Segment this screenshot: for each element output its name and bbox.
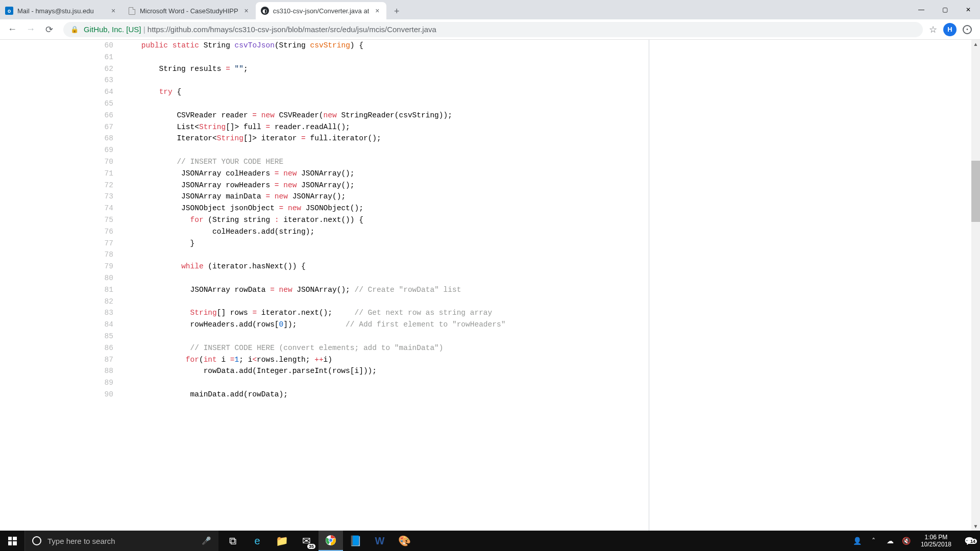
taskbar-clock[interactable]: 1:06 PM 10/25/2018 [916, 534, 957, 548]
bookmark-star-icon[interactable]: ☆ [929, 24, 937, 35]
code-line[interactable]: 73 JSONArray mainData = new JSONArray(); [93, 191, 649, 203]
line-number: 89 [93, 377, 118, 389]
word-icon[interactable]: W [368, 531, 392, 551]
line-number: 69 [93, 144, 118, 156]
code-line[interactable]: 75 for (String string : iterator.next())… [93, 214, 649, 226]
tab-github[interactable]: ◐ cs310-csv-json/Converter.java at × [256, 2, 387, 19]
line-number: 65 [93, 98, 118, 110]
code-text: JSONArray colHeaders = new JSONArray(); [118, 168, 355, 180]
tab-word[interactable]: Microsoft Word - CaseStudyHIPP × [122, 2, 256, 19]
code-line[interactable]: 84 rowHeaders.add(rows[0]); // Add first… [93, 319, 649, 331]
code-line[interactable]: 68 Iterator<String[]> iterator = full.it… [93, 133, 649, 144]
people-icon[interactable]: 👤 [850, 537, 865, 545]
line-number: 71 [93, 168, 118, 180]
code-line[interactable]: 71 JSONArray colHeaders = new JSONArray(… [93, 168, 649, 180]
taskbar-search[interactable]: Type here to search 🎤 [24, 531, 218, 551]
maximize-button[interactable]: ▢ [933, 0, 957, 19]
code-line[interactable]: 77 } [93, 238, 649, 249]
scroll-thumb[interactable] [971, 161, 980, 222]
close-icon[interactable]: × [242, 7, 251, 15]
reload-button[interactable]: ⟳ [41, 21, 57, 38]
minimize-button[interactable]: — [910, 0, 933, 19]
code-line[interactable]: 87 for(int i =1; i<rows.length; ++i) [93, 354, 649, 366]
new-tab-button[interactable]: + [389, 4, 404, 18]
code-viewer[interactable]: 60 public static String csvToJson(String… [93, 40, 649, 531]
paint-icon[interactable]: 🎨 [392, 531, 416, 551]
close-window-button[interactable]: ✕ [957, 0, 980, 19]
omnibox[interactable]: 🔒 GitHub, Inc. [US] | https://github.com… [63, 22, 923, 37]
code-line[interactable]: 85 [93, 331, 649, 342]
line-number: 80 [93, 272, 118, 284]
code-line[interactable]: 63 [93, 74, 649, 86]
code-line[interactable]: 67 List<String[]> full = reader.readAll(… [93, 121, 649, 133]
line-number: 73 [93, 191, 118, 203]
line-number: 81 [93, 284, 118, 296]
profile-avatar[interactable]: H [943, 23, 957, 36]
tab-mail[interactable]: o Mail - hmays@stu.jsu.edu × [0, 2, 122, 19]
code-line[interactable]: 83 String[] rows = iterator.next(); // G… [93, 307, 649, 319]
code-text [118, 144, 124, 156]
code-line[interactable]: 78 [93, 249, 649, 261]
code-line[interactable]: 69 [93, 144, 649, 156]
code-line[interactable]: 64 try { [93, 86, 649, 98]
code-line[interactable]: 81 JSONArray rowData = new JSONArray(); … [93, 284, 649, 296]
line-number: 79 [93, 261, 118, 272]
code-text [118, 74, 124, 86]
tray-chevron-up-icon[interactable]: ˄ [867, 537, 881, 545]
file-explorer-icon[interactable]: 📁 [270, 531, 294, 551]
code-line[interactable]: 80 [93, 272, 649, 284]
forward-button[interactable]: → [22, 21, 39, 38]
code-text: for(int i =1; i<rows.length; ++i) [118, 354, 332, 366]
code-line[interactable]: 62 String results = ""; [93, 63, 649, 75]
chrome-icon[interactable] [318, 531, 343, 551]
scroll-track[interactable] [971, 48, 980, 522]
code-line[interactable]: 70 // INSERT YOUR CODE HERE [93, 156, 649, 168]
close-icon[interactable]: × [373, 7, 381, 15]
edge-icon[interactable]: e [245, 531, 270, 551]
code-line[interactable]: 66 CSVReader reader = new CSVReader(new … [93, 110, 649, 121]
code-line[interactable]: 65 [93, 98, 649, 110]
vertical-scrollbar[interactable]: ▲ ▼ [971, 40, 980, 531]
code-text: // INSERT CODE HERE (convert elements; a… [118, 342, 444, 354]
line-number: 86 [93, 342, 118, 354]
line-number: 85 [93, 331, 118, 342]
code-line[interactable]: 74 JSONObject jsonObject = new JSONObjec… [93, 203, 649, 214]
svg-point-2 [329, 538, 332, 542]
code-text: CSVReader reader = new CSVReader(new Str… [118, 110, 452, 121]
scroll-down-icon[interactable]: ▼ [971, 522, 980, 531]
line-number: 78 [93, 249, 118, 261]
tab-title: Mail - hmays@stu.jsu.edu [17, 7, 105, 15]
line-number: 61 [93, 52, 118, 63]
code-text: JSONArray rowData = new JSONArray(); // … [118, 284, 461, 296]
task-view-icon[interactable]: ⧉ [220, 531, 245, 551]
mail-icon[interactable]: ✉35 [294, 531, 318, 551]
code-line[interactable]: 79 while (iterator.hasNext()) { [93, 261, 649, 272]
close-icon[interactable]: × [109, 7, 117, 15]
code-line[interactable]: 76 colHeaders.add(string); [93, 226, 649, 238]
code-line[interactable]: 90 mainData.add(rowData); [93, 389, 649, 400]
start-button[interactable] [0, 531, 24, 551]
code-text: while (iterator.hasNext()) { [118, 261, 306, 272]
notepad-icon[interactable]: 📘 [343, 531, 368, 551]
back-button[interactable]: ← [4, 21, 20, 38]
code-text [118, 249, 124, 261]
mic-icon[interactable]: 🎤 [202, 536, 211, 545]
code-line[interactable]: 89 [93, 377, 649, 389]
windows-taskbar: Type here to search 🎤 ⧉ e 📁 ✉35 📘 W 🎨 👤 … [0, 531, 980, 551]
code-line[interactable]: 60 public static String csvToJson(String… [93, 40, 649, 52]
code-line[interactable]: 72 JSONArray rowHeaders = new JSONArray(… [93, 180, 649, 191]
volume-icon[interactable]: 🔇 [899, 537, 914, 545]
code-line[interactable]: 88 rowData.add(Integer.parseInt(rows[i])… [93, 365, 649, 377]
code-line[interactable]: 82 [93, 296, 649, 308]
code-line[interactable]: 61 [93, 52, 649, 63]
browser-menu-icon[interactable]: • [963, 25, 972, 34]
code-text: Iterator<String[]> iterator = full.itera… [118, 133, 381, 144]
tab-title: cs310-csv-json/Converter.java at [273, 7, 370, 15]
code-text: String results = ""; [118, 63, 248, 75]
action-center-icon[interactable]: 💬14 [959, 536, 980, 546]
code-text: rowData.add(Integer.parseInt(rows[i])); [118, 365, 377, 377]
line-number: 76 [93, 226, 118, 238]
scroll-up-icon[interactable]: ▲ [971, 40, 980, 48]
onedrive-icon[interactable]: ☁ [883, 537, 897, 545]
code-line[interactable]: 86 // INSERT CODE HERE (convert elements… [93, 342, 649, 354]
